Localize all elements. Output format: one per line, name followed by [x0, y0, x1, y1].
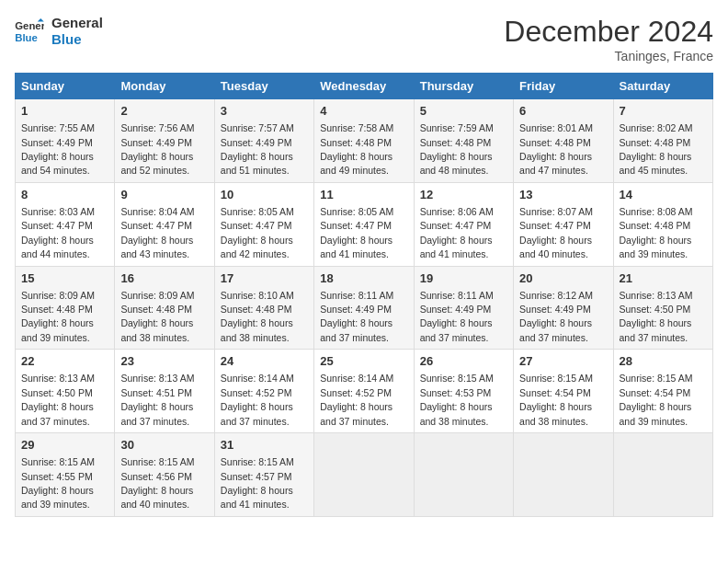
sunrise: Sunrise: 8:11 AMSunset: 4:49 PMDaylight:… [420, 290, 494, 343]
calendar-cell: 7Sunrise: 8:02 AMSunset: 4:48 PMDaylight… [613, 99, 712, 183]
sunrise: Sunrise: 8:03 AMSunset: 4:47 PMDaylight:… [21, 206, 95, 259]
calendar-cell: 8Sunrise: 8:03 AMSunset: 4:47 PMDaylight… [16, 182, 115, 266]
day-number: 16 [120, 270, 208, 287]
logo-general: General [51, 15, 103, 31]
calendar-cell [514, 433, 613, 517]
svg-text:Blue: Blue [15, 32, 38, 43]
day-number: 12 [420, 187, 507, 203]
svg-text:General: General [15, 20, 44, 31]
day-number: 22 [21, 353, 108, 370]
sunrise: Sunrise: 8:05 AMSunset: 4:47 PMDaylight:… [320, 206, 393, 259]
day-number: 24 [221, 353, 308, 370]
sunrise: Sunrise: 8:13 AMSunset: 4:50 PMDaylight:… [620, 290, 693, 343]
sunrise: Sunrise: 7:58 AMSunset: 4:48 PMDaylight:… [320, 122, 393, 176]
day-number: 6 [519, 103, 607, 120]
calendar-cell: 14Sunrise: 8:08 AMSunset: 4:48 PMDayligh… [613, 182, 712, 266]
calendar-cell: 2Sunrise: 7:56 AMSunset: 4:49 PMDaylight… [115, 99, 214, 183]
calendar-cell: 15Sunrise: 8:09 AMSunset: 4:48 PMDayligh… [16, 266, 115, 350]
calendar-cell: 24Sunrise: 8:14 AMSunset: 4:52 PMDayligh… [214, 350, 313, 433]
sunrise: Sunrise: 8:14 AMSunset: 4:52 PMDaylight:… [221, 373, 294, 426]
week-row-1: 1Sunrise: 7:55 AMSunset: 4:49 PMDaylight… [16, 99, 713, 183]
calendar-cell: 31Sunrise: 8:15 AMSunset: 4:57 PMDayligh… [214, 433, 313, 517]
calendar-cell: 26Sunrise: 8:15 AMSunset: 4:53 PMDayligh… [414, 350, 513, 433]
calendar-cell: 5Sunrise: 7:59 AMSunset: 4:48 PMDaylight… [414, 99, 513, 183]
calendar-cell: 17Sunrise: 8:10 AMSunset: 4:48 PMDayligh… [214, 266, 313, 350]
sunrise: Sunrise: 8:15 AMSunset: 4:53 PMDaylight:… [420, 373, 494, 426]
logo: General Blue General Blue [15, 15, 103, 48]
sunrise: Sunrise: 8:13 AMSunset: 4:51 PMDaylight:… [120, 373, 194, 426]
day-number: 19 [420, 270, 507, 287]
calendar-cell: 28Sunrise: 8:15 AMSunset: 4:54 PMDayligh… [613, 350, 712, 433]
sunrise: Sunrise: 8:01 AMSunset: 4:48 PMDaylight:… [519, 122, 593, 176]
title-block: December 2024 Taninges, France [504, 15, 713, 63]
sunrise: Sunrise: 8:10 AMSunset: 4:48 PMDaylight:… [221, 290, 294, 343]
header-sunday: Sunday [16, 74, 115, 99]
calendar-table: SundayMondayTuesdayWednesdayThursdayFrid… [15, 73, 713, 517]
day-number: 23 [120, 353, 208, 370]
calendar-cell: 9Sunrise: 8:04 AMSunset: 4:47 PMDaylight… [115, 182, 214, 266]
sunrise: Sunrise: 7:57 AMSunset: 4:49 PMDaylight:… [221, 122, 294, 176]
header-wednesday: Wednesday [314, 74, 414, 99]
day-number: 2 [120, 103, 208, 120]
day-number: 17 [221, 270, 308, 287]
location: Taninges, France [504, 49, 713, 63]
day-number: 4 [320, 103, 407, 120]
header-thursday: Thursday [414, 74, 513, 99]
day-number: 18 [320, 270, 407, 287]
day-number: 7 [620, 103, 707, 120]
calendar-cell: 3Sunrise: 7:57 AMSunset: 4:49 PMDaylight… [214, 99, 313, 183]
calendar-cell: 1Sunrise: 7:55 AMSunset: 4:49 PMDaylight… [16, 99, 115, 183]
day-number: 26 [420, 353, 507, 370]
day-number: 5 [420, 103, 507, 120]
day-number: 14 [620, 187, 707, 203]
calendar-cell [414, 433, 513, 517]
header-tuesday: Tuesday [214, 74, 313, 99]
week-row-4: 22Sunrise: 8:13 AMSunset: 4:50 PMDayligh… [16, 350, 713, 433]
day-number: 20 [519, 270, 607, 287]
calendar-cell: 11Sunrise: 8:05 AMSunset: 4:47 PMDayligh… [314, 182, 414, 266]
week-row-3: 15Sunrise: 8:09 AMSunset: 4:48 PMDayligh… [16, 266, 713, 350]
calendar-cell: 21Sunrise: 8:13 AMSunset: 4:50 PMDayligh… [613, 266, 712, 350]
calendar-cell [613, 433, 712, 517]
calendar-cell: 30Sunrise: 8:15 AMSunset: 4:56 PMDayligh… [115, 433, 214, 517]
header-row: SundayMondayTuesdayWednesdayThursdayFrid… [16, 74, 713, 99]
calendar-cell: 22Sunrise: 8:13 AMSunset: 4:50 PMDayligh… [16, 350, 115, 433]
calendar-cell: 13Sunrise: 8:07 AMSunset: 4:47 PMDayligh… [514, 182, 613, 266]
day-number: 9 [120, 187, 208, 203]
page-header: General Blue General Blue December 2024 … [15, 15, 713, 63]
day-number: 3 [221, 103, 308, 120]
calendar-cell: 6Sunrise: 8:01 AMSunset: 4:48 PMDaylight… [514, 99, 613, 183]
header-monday: Monday [115, 74, 214, 99]
sunrise: Sunrise: 8:08 AMSunset: 4:48 PMDaylight:… [620, 206, 693, 259]
day-number: 11 [320, 187, 407, 203]
day-number: 21 [620, 270, 707, 287]
calendar-cell: 23Sunrise: 8:13 AMSunset: 4:51 PMDayligh… [115, 350, 214, 433]
header-friday: Friday [514, 74, 613, 99]
sunrise: Sunrise: 8:15 AMSunset: 4:55 PMDaylight:… [21, 456, 95, 510]
sunrise: Sunrise: 7:59 AMSunset: 4:48 PMDaylight:… [420, 122, 494, 176]
sunrise: Sunrise: 8:02 AMSunset: 4:48 PMDaylight:… [620, 122, 693, 176]
week-row-5: 29Sunrise: 8:15 AMSunset: 4:55 PMDayligh… [16, 433, 713, 517]
sunrise: Sunrise: 8:14 AMSunset: 4:52 PMDaylight:… [320, 373, 393, 426]
day-number: 29 [21, 437, 108, 454]
sunrise: Sunrise: 7:55 AMSunset: 4:49 PMDaylight:… [21, 122, 95, 176]
sunrise: Sunrise: 8:15 AMSunset: 4:57 PMDaylight:… [221, 456, 294, 510]
calendar-cell: 29Sunrise: 8:15 AMSunset: 4:55 PMDayligh… [16, 433, 115, 517]
day-number: 10 [221, 187, 308, 203]
calendar-cell: 27Sunrise: 8:15 AMSunset: 4:54 PMDayligh… [514, 350, 613, 433]
sunrise: Sunrise: 8:11 AMSunset: 4:49 PMDaylight:… [320, 290, 393, 343]
calendar-cell: 20Sunrise: 8:12 AMSunset: 4:49 PMDayligh… [514, 266, 613, 350]
calendar-cell: 4Sunrise: 7:58 AMSunset: 4:48 PMDaylight… [314, 99, 414, 183]
day-number: 1 [21, 103, 108, 120]
day-number: 30 [120, 437, 208, 454]
calendar-cell: 25Sunrise: 8:14 AMSunset: 4:52 PMDayligh… [314, 350, 414, 433]
sunrise: Sunrise: 8:12 AMSunset: 4:49 PMDaylight:… [519, 290, 593, 343]
header-saturday: Saturday [613, 74, 712, 99]
calendar-cell: 18Sunrise: 8:11 AMSunset: 4:49 PMDayligh… [314, 266, 414, 350]
day-number: 31 [221, 437, 308, 454]
calendar-cell [314, 433, 414, 517]
sunrise: Sunrise: 8:13 AMSunset: 4:50 PMDaylight:… [21, 373, 95, 426]
sunrise: Sunrise: 8:04 AMSunset: 4:47 PMDaylight:… [120, 206, 194, 259]
calendar-cell: 19Sunrise: 8:11 AMSunset: 4:49 PMDayligh… [414, 266, 513, 350]
calendar-cell: 16Sunrise: 8:09 AMSunset: 4:48 PMDayligh… [115, 266, 214, 350]
